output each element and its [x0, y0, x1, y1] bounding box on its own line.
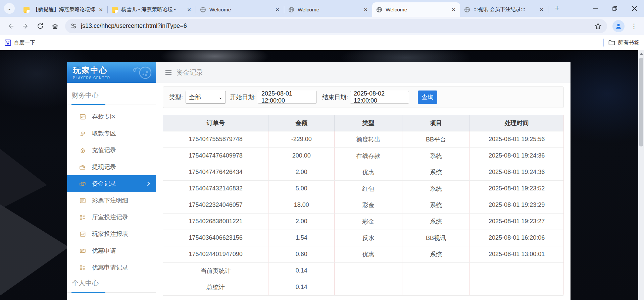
sidebar-item-withdraw-zone[interactable]: 取款专区 [67, 125, 156, 142]
sidebar-item-label: 提现记录 [92, 163, 116, 171]
tab-close-icon[interactable]: × [98, 6, 104, 13]
cell-order-no: 1754036406623156 [163, 230, 268, 246]
new-tab-button[interactable]: + [555, 4, 559, 12]
sidebar-section-finance: 财务中心 [67, 91, 156, 105]
chevron-down-icon: ⌄ [7, 5, 12, 11]
close-window-button[interactable] [625, 0, 644, 17]
cell-time: 2025-08-01 16:20:06 [470, 230, 563, 246]
type-label: 类型: [169, 93, 183, 101]
table-header-row: 订单号 金额 类型 项目 处理时间 [163, 115, 563, 131]
sidebar-menu: 存款专区 取款专区 充值记录 提现记录 资金记录 彩票下注明细 [67, 108, 156, 276]
profile-avatar[interactable] [612, 20, 625, 32]
bookmark-baidu[interactable]: 百度一下 [5, 39, 35, 46]
table-row: 1754026838001221 2.00 彩金 系统 2025-08-01 1… [163, 213, 563, 230]
browser-toolbar: js13.cc/hhcp/usercenter.html?iniType=6 ⋮ [0, 17, 644, 35]
type-select-value: 全部 [189, 93, 201, 101]
menu-kebab-icon[interactable]: ⋮ [627, 22, 641, 30]
browser-tab[interactable]: :::视讯 会员下注纪录::: × [460, 2, 548, 17]
sidebar-item-lottery-detail[interactable]: 彩票下注明细 [67, 192, 156, 209]
sidebar-item-hall-bet-record[interactable]: 厅室投注记录 [67, 209, 156, 226]
start-date-label: 开始日期: [230, 93, 256, 101]
sidebar-item-label: 优惠申请记录 [92, 263, 128, 272]
bookmarks-right: 所有书签 [603, 39, 639, 47]
tab-close-icon[interactable]: × [186, 6, 192, 13]
tab-title: Welcome [386, 7, 450, 13]
table-row: 1754047476426434 2.00 优惠 系统 2025-08-01 1… [163, 164, 563, 180]
withdraw-icon [79, 130, 86, 137]
cell-time: 2025-08-01 19:23:27 [470, 213, 563, 230]
background-triangle [0, 131, 47, 221]
tab-close-icon[interactable]: × [538, 6, 545, 13]
sidebar-item-label: 厅室投注记录 [92, 213, 128, 221]
cell-amount: 0.60 [268, 246, 335, 262]
end-date-input[interactable]: 2025-08-02 12:00:00 [350, 91, 409, 104]
deposit-icon [79, 113, 86, 120]
cell-amount: 18.00 [268, 197, 335, 213]
player-report-icon [79, 231, 86, 237]
sidebar-item-player-report[interactable]: 玩家投注报表 [67, 226, 156, 242]
sidebar-item-label: 存款专区 [92, 113, 116, 121]
minimize-button[interactable] [586, 0, 605, 17]
globe-icon [288, 7, 294, 13]
sidebar-item-label: 资金记录 [92, 180, 116, 188]
sidebar-item-label: 取款专区 [92, 129, 116, 137]
forward-button[interactable] [19, 20, 32, 33]
cell-amount: 200.00 [268, 147, 335, 164]
window-controls [586, 0, 644, 17]
browser-tab-active[interactable]: Welcome × [372, 2, 460, 17]
tab-close-icon[interactable]: × [362, 6, 369, 13]
cell-project: 系统 [402, 147, 470, 164]
tab-close-icon[interactable]: × [450, 6, 457, 13]
browser-tab[interactable]: 【新提醒】海燕策略论坛综 × [19, 2, 107, 17]
sidebar-header: 玩家中心 PLAYERS CENTER [67, 62, 156, 83]
table-row: 1754047555879748 -229.00 额度转出 BB平台 2025-… [163, 131, 563, 147]
cell-order-no: 1754047432146832 [163, 180, 268, 197]
sidebar-item-label: 彩票下注明细 [92, 196, 128, 204]
sidebar-item-withdrawal-record[interactable]: 提现记录 [67, 159, 156, 175]
column-header: 项目 [402, 115, 470, 131]
funds-table-wrap: 订单号 金额 类型 项目 处理时间 1754047555879748 -229.… [163, 115, 564, 296]
query-button[interactable]: 查询 [418, 91, 437, 104]
sidebar-item-promo-apply[interactable]: 优惠申请 [67, 242, 156, 259]
page-scrollbar[interactable] [638, 50, 644, 300]
sidebar-item-deposit-zone[interactable]: 存款专区 [67, 108, 156, 125]
promo-record-icon [79, 264, 86, 271]
lottery-detail-icon [79, 197, 86, 204]
sidebar-item-recharge-record[interactable]: 充值记录 [67, 142, 156, 159]
baidu-favicon [5, 40, 11, 46]
reload-button[interactable] [34, 20, 47, 33]
start-date-input[interactable]: 2025-08-01 12:00:00 [258, 91, 317, 104]
tabs-container: 【新提醒】海燕策略论坛综 × 杨雪儿 - 海燕策略论坛 - × Welcome … [19, 2, 548, 17]
hamburger-icon [165, 70, 172, 75]
restore-button[interactable] [605, 0, 625, 17]
cell-time: 2025-08-01 19:23:29 [470, 197, 563, 213]
globe-icon [376, 7, 382, 13]
browser-tab[interactable]: Welcome × [196, 2, 284, 17]
browser-tab[interactable]: 杨雪儿 - 海燕策略论坛 - × [108, 2, 196, 17]
type-select[interactable]: 全部 ⌄ [186, 91, 226, 104]
cell-type: 彩金 [335, 197, 402, 213]
scrollbar-thumb[interactable] [639, 58, 643, 146]
sidebar-item-funds-record[interactable]: 资金记录 [67, 175, 156, 192]
cell-project: 系统 [402, 180, 470, 197]
cell-time: 2025-08-01 19:24:36 [470, 164, 563, 180]
start-date-value: 2025-08-01 12:00:00 [261, 90, 313, 104]
page-viewport: 玩家中心 PLAYERS CENTER 财务中心 存款专区 取款专区 充值记录 … [0, 50, 644, 300]
home-button[interactable] [49, 20, 61, 33]
site-info-icon[interactable] [70, 23, 77, 29]
address-bar[interactable]: js13.cc/hhcp/usercenter.html?iniType=6 [65, 19, 607, 33]
tab-strip: ⌄ 【新提醒】海燕策略论坛综 × 杨雪儿 - 海燕策略论坛 - × Welcom… [0, 0, 644, 17]
url-text[interactable]: js13.cc/hhcp/usercenter.html?iniType=6 [81, 22, 187, 29]
scroll-up-arrow[interactable] [640, 53, 643, 55]
table-row: 1754022324046057 18.00 彩金 系统 2025-08-01 … [163, 197, 563, 213]
back-button[interactable] [4, 20, 17, 33]
chevron-right-icon [146, 182, 150, 186]
cell-project: 系统 [402, 246, 470, 262]
tab-close-icon[interactable]: × [274, 6, 281, 13]
tab-search-button[interactable]: ⌄ [4, 3, 15, 14]
all-bookmarks-button[interactable]: 所有书签 [608, 39, 639, 46]
bookmark-star-icon[interactable] [594, 22, 602, 30]
browser-tab[interactable]: Welcome × [284, 2, 372, 17]
sidebar-item-promo-record[interactable]: 优惠申请记录 [67, 259, 156, 276]
cell-time: 2025-08-01 13:00:01 [470, 246, 563, 262]
